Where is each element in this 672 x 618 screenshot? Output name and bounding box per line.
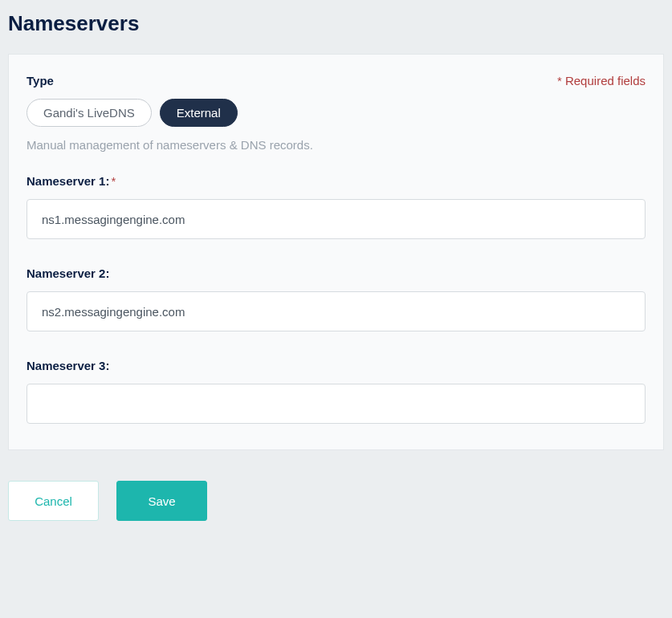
nameserver-2-block: Nameserver 2: bbox=[26, 266, 646, 331]
page-title: Nameservers bbox=[0, 0, 672, 54]
type-option-external[interactable]: External bbox=[160, 99, 238, 127]
nameserver-1-input[interactable] bbox=[26, 199, 646, 239]
nameserver-1-block: Nameserver 1:* bbox=[26, 174, 646, 239]
type-option-livedns[interactable]: Gandi's LiveDNS bbox=[26, 99, 152, 127]
save-button[interactable]: Save bbox=[116, 481, 207, 521]
nameserver-2-label: Nameserver 2: bbox=[26, 266, 646, 280]
nameserver-3-label: Nameserver 3: bbox=[26, 359, 646, 372]
type-hint: Manual management of nameservers & DNS r… bbox=[26, 138, 646, 152]
required-asterisk: * bbox=[111, 174, 116, 188]
nameserver-3-block: Nameserver 3: bbox=[26, 359, 646, 424]
nameserver-1-label-text: Nameserver 1: bbox=[26, 174, 109, 188]
nameserver-1-label: Nameserver 1:* bbox=[26, 174, 646, 188]
required-fields-note: * Required fields bbox=[557, 74, 646, 87]
nameserver-3-input[interactable] bbox=[26, 384, 646, 424]
type-label: Type bbox=[26, 74, 646, 87]
type-toggle-row: Gandi's LiveDNS External bbox=[26, 99, 646, 127]
nameservers-panel: * Required fields Type Gandi's LiveDNS E… bbox=[8, 54, 664, 450]
type-field-group: Type Gandi's LiveDNS External Manual man… bbox=[26, 74, 646, 152]
cancel-button[interactable]: Cancel bbox=[8, 481, 99, 521]
nameserver-2-input[interactable] bbox=[26, 291, 646, 331]
action-bar: Cancel Save bbox=[0, 450, 672, 521]
